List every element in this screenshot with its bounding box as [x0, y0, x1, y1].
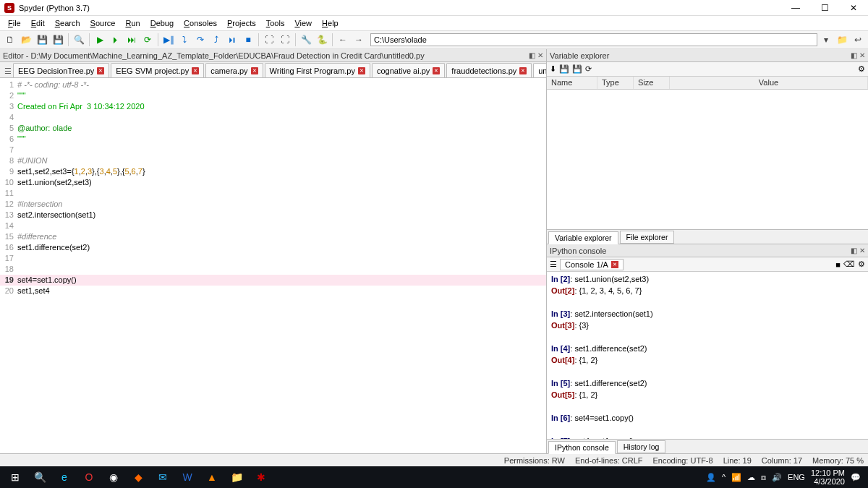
menu-view[interactable]: View [289, 17, 317, 29]
col-name[interactable]: Name [547, 77, 597, 89]
stop-icon[interactable]: ■ [835, 260, 841, 269]
forward-icon[interactable]: → [352, 33, 366, 47]
language-indicator[interactable]: ENG [788, 473, 805, 481]
close-icon[interactable]: ✕ [192, 67, 199, 74]
maximize-button[interactable]: ☐ [810, 0, 839, 16]
menu-search[interactable]: Search [50, 17, 85, 29]
chrome-icon[interactable]: ◉ [101, 466, 126, 488]
parent-dir-icon[interactable]: ↩ [851, 33, 865, 47]
new-file-icon[interactable]: 🗋 [3, 33, 17, 47]
menu-run[interactable]: Run [120, 17, 145, 29]
dropbox-icon[interactable]: ⧈ [761, 473, 766, 482]
volume-icon[interactable]: 🔊 [772, 473, 782, 482]
close-button[interactable]: ✕ [839, 0, 868, 16]
tab-file-explorer[interactable]: File explorer [620, 231, 675, 244]
menu-edit[interactable]: Edit [26, 17, 50, 29]
rerun-icon[interactable]: ⟳ [140, 33, 155, 47]
mail-icon[interactable]: ✉ [150, 466, 175, 488]
run-icon[interactable]: ▶ [93, 33, 107, 47]
import-icon[interactable]: ⬇ [550, 64, 556, 74]
close-pane-icon[interactable]: ✕ [859, 247, 865, 254]
close-icon[interactable]: ✕ [358, 67, 365, 74]
close-icon[interactable]: ✕ [433, 67, 440, 74]
notifications-icon[interactable]: 💬 [851, 473, 861, 482]
menu-debug[interactable]: Debug [145, 17, 179, 29]
run-cell-icon[interactable]: ⏵ [109, 33, 123, 47]
menu-file[interactable]: File [3, 17, 26, 29]
tab-variable-explorer[interactable]: Variable explorer [548, 231, 618, 244]
menu-tools[interactable]: Tools [261, 17, 290, 29]
vlc-icon[interactable]: ▲ [200, 466, 224, 488]
file-tab[interactable]: EEG SVM project.py✕ [111, 63, 204, 77]
refresh-icon[interactable]: ⟳ [585, 64, 592, 74]
col-value[interactable]: Value [670, 77, 868, 89]
close-icon[interactable]: ✕ [97, 67, 104, 74]
menu-projects[interactable]: Projects [222, 17, 261, 29]
step-into-icon[interactable]: ⤵ [177, 33, 192, 47]
options-icon[interactable]: ⚙ [858, 260, 865, 269]
file-tab[interactable]: camera.py✕ [205, 63, 263, 77]
tab-ipython-console[interactable]: IPython console [548, 441, 616, 454]
step-out-icon[interactable]: ⤴ [209, 33, 224, 47]
preferences-icon[interactable]: 🔧 [299, 33, 313, 47]
explorer-icon[interactable]: 📁 [224, 466, 249, 488]
working-directory-field[interactable]: C:\Users\olade [370, 33, 817, 46]
file-tab[interactable]: untitled0.py*✕ [533, 63, 546, 77]
word-icon[interactable]: W [175, 466, 200, 488]
minimize-button[interactable]: — [781, 0, 810, 16]
back-icon[interactable]: ← [336, 33, 350, 47]
varexp-body[interactable] [547, 90, 868, 229]
debug-icon[interactable]: ▶∥ [161, 33, 176, 47]
search-icon[interactable]: 🔍 [27, 466, 52, 488]
cloud-icon[interactable]: ☁ [747, 473, 755, 482]
edge-icon[interactable]: e [52, 466, 77, 488]
col-type[interactable]: Type [597, 77, 634, 89]
save-icon[interactable]: 💾 [35, 33, 49, 47]
tab-history-log[interactable]: History log [617, 440, 666, 453]
close-icon[interactable]: ✕ [611, 261, 618, 268]
tab-list-icon[interactable]: ☰ [4, 64, 12, 77]
people-icon[interactable]: 👤 [706, 473, 716, 482]
close-icon[interactable]: ✕ [519, 67, 527, 74]
file-tab[interactable]: Writing First Program.py✕ [265, 63, 370, 77]
tray-expand-icon[interactable]: ^ [722, 473, 726, 481]
console-tab[interactable]: Console 1/A✕ [560, 259, 624, 270]
file-tab[interactable]: EEG DecisionTree.py✕ [13, 63, 109, 77]
menu-consoles[interactable]: Consoles [179, 17, 222, 29]
opera-icon[interactable]: O [77, 466, 101, 488]
col-size[interactable]: Size [634, 77, 670, 89]
save-as-icon[interactable]: 💾 [572, 64, 582, 74]
clear-icon[interactable]: ⌫ [843, 260, 855, 269]
step-over-icon[interactable]: ↷ [193, 33, 208, 47]
stop-debug-icon[interactable]: ■ [241, 33, 255, 47]
ipython-console[interactable]: In [2]: set1.union(set2,set3)Out[2]: {1,… [547, 272, 868, 439]
maximize-pane-icon[interactable]: ⛶ [262, 33, 276, 47]
clock[interactable]: 12:10 PM4/3/2020 [811, 468, 845, 486]
brave-icon[interactable]: ◆ [126, 466, 150, 488]
run-selection-icon[interactable]: ⏭ [124, 33, 139, 47]
spyder-taskbar-icon[interactable]: ✱ [249, 466, 273, 488]
wifi-icon[interactable]: 📶 [731, 473, 741, 482]
continue-icon[interactable]: ⏯ [225, 33, 239, 47]
search-icon[interactable]: 🔍 [72, 33, 86, 47]
console-list-icon[interactable]: ☰ [550, 260, 557, 269]
menu-help[interactable]: Help [317, 17, 344, 29]
code-editor[interactable]: 1# -*- coding: utf-8 -*-2"""3Created on … [0, 78, 546, 453]
close-pane-icon[interactable]: ✕ [859, 51, 865, 59]
save-all-icon[interactable]: 💾 [51, 33, 65, 47]
menu-source[interactable]: Source [85, 17, 121, 29]
undock-icon[interactable]: ◧ [529, 51, 535, 59]
windows-taskbar[interactable]: ⊞ 🔍 e O ◉ ◆ ✉ W ▲ 📁 ✱ 👤 ^ 📶 ☁ ⧈ 🔊 ENG 12… [0, 466, 868, 488]
save-data-icon[interactable]: 💾 [559, 64, 569, 74]
undock-icon[interactable]: ◧ [851, 51, 857, 59]
close-pane-icon[interactable]: ✕ [537, 51, 543, 59]
python-path-icon[interactable]: 🐍 [315, 33, 329, 47]
fullscreen-icon[interactable]: ⛶ [278, 33, 292, 47]
file-tab[interactable]: frauddetections.py✕ [446, 63, 532, 77]
file-tab[interactable]: cognative ai.py✕ [372, 63, 445, 77]
open-file-icon[interactable]: 📂 [19, 33, 33, 47]
browse-folder-icon[interactable]: 📁 [835, 33, 849, 47]
close-icon[interactable]: ✕ [251, 67, 258, 74]
start-icon[interactable]: ⊞ [3, 466, 27, 488]
dropdown-icon[interactable]: ▾ [819, 33, 833, 47]
